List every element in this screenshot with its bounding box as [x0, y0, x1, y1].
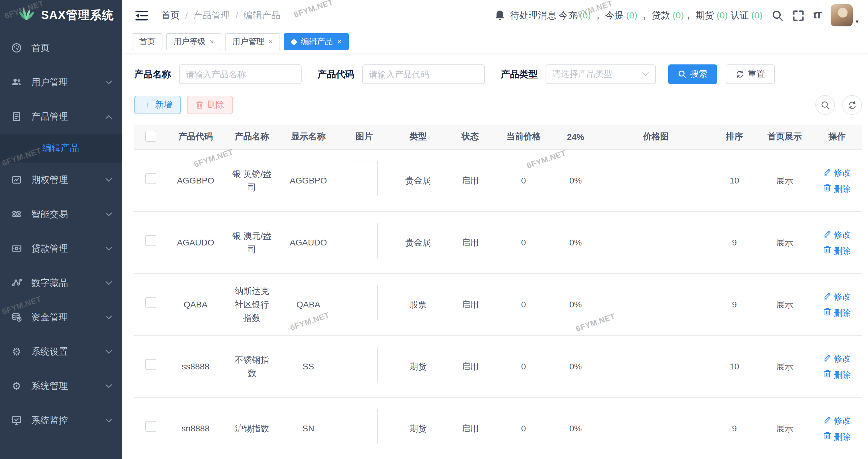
cell-image: [337, 397, 392, 459]
sidebar-item-11[interactable]: 系统监控: [0, 403, 122, 437]
add-button[interactable]: ＋ 新增: [134, 96, 181, 114]
delete-trash-icon: [823, 183, 831, 194]
cell-image: [337, 274, 392, 335]
tab-label: 用户管理: [232, 36, 264, 47]
delete-button[interactable]: 删除: [187, 96, 233, 114]
edit-link[interactable]: 修改: [819, 291, 855, 302]
delete-link-label: 删除: [834, 183, 851, 194]
row-checkbox[interactable]: [145, 359, 156, 370]
sidebar-item-3[interactable]: 产品管理: [0, 99, 122, 134]
dashboard-icon: [11, 42, 22, 53]
smart-trade-icon: [11, 209, 22, 220]
delete-link[interactable]: 删除: [819, 245, 855, 256]
tab-用户等级[interactable]: 用户等级×: [166, 33, 221, 50]
sidebar-item-6[interactable]: 贷款管理: [0, 231, 122, 266]
select-all-checkbox[interactable]: [145, 131, 156, 141]
cell-actions: 修改删除: [812, 274, 862, 335]
cell-image: [337, 211, 392, 274]
edit-link[interactable]: 修改: [819, 229, 855, 240]
bell-icon[interactable]: [495, 9, 505, 21]
product-code-input[interactable]: [362, 64, 485, 84]
product-image-placeholder[interactable]: [351, 223, 378, 258]
sidebar-subitem-edit-product[interactable]: 编辑产品: [0, 134, 122, 163]
system-icon: ⚙: [11, 380, 22, 392]
cell-status: 启用: [444, 397, 496, 459]
topbar-right: 待处理消息 今充 (0) ， 今提 (0) ， 贷款 (0)， 期货 (0) 认…: [495, 4, 860, 26]
avatar-caret-icon[interactable]: ▼: [855, 19, 860, 25]
cell-current-price: 0: [496, 397, 551, 459]
table-tools: [815, 95, 862, 115]
sidebar-item-10[interactable]: ⚙系统管理: [0, 369, 122, 403]
row-checkbox[interactable]: [145, 421, 156, 432]
delete-link[interactable]: 删除: [819, 183, 855, 194]
table-search-button[interactable]: [815, 95, 835, 115]
product-icon: [11, 111, 22, 122]
notice-segment: (0): [580, 9, 591, 20]
tab-label: 用户等级: [174, 36, 205, 47]
user-menu: ▼: [831, 4, 860, 26]
sidebar-item-label: 智能交易: [31, 208, 105, 220]
product-image-placeholder[interactable]: [351, 409, 378, 444]
cell-home-display: 展示: [757, 397, 812, 459]
table-refresh-button[interactable]: [842, 95, 862, 115]
edit-link[interactable]: 修改: [819, 167, 855, 178]
row-checkbox[interactable]: [145, 235, 156, 246]
cell-display-name: AGAUDO: [280, 211, 337, 274]
breadcrumb-item[interactable]: 首页: [161, 9, 180, 21]
cell-select: [134, 397, 167, 459]
sidebar-item-2[interactable]: 用户管理: [0, 65, 122, 99]
sidebar-item-7[interactable]: 数字藏品: [0, 266, 122, 300]
tab-首页[interactable]: 首页: [132, 33, 162, 50]
delete-link[interactable]: 删除: [819, 307, 855, 318]
sidebar-item-label: 系统监控: [31, 414, 105, 426]
edit-link[interactable]: 修改: [819, 414, 855, 426]
options-icon: [11, 174, 22, 185]
row-checkbox[interactable]: [145, 297, 156, 308]
app-title: SAX管理系统: [41, 7, 114, 23]
breadcrumb-item[interactable]: 编辑产品: [244, 9, 280, 21]
column-header: 价格图: [600, 124, 712, 149]
tab-close-icon[interactable]: ×: [210, 37, 214, 46]
content: 产品名称 产品代码 产品类型 请选择产品类型 搜索: [122, 53, 868, 459]
sidebar-item-9[interactable]: ⚙系统设置: [0, 335, 122, 369]
sidebar-item-label: 产品管理: [31, 111, 105, 122]
tab-close-icon[interactable]: ×: [269, 37, 273, 46]
reset-button[interactable]: 重置: [726, 64, 775, 84]
font-size-icon[interactable]: tT: [813, 10, 822, 21]
sidebar-item-1[interactable]: 首页: [0, 31, 122, 65]
cell-price-chart: [600, 335, 712, 397]
product-image-placeholder[interactable]: [351, 161, 378, 196]
cell-display-name: SN: [280, 397, 337, 459]
cell-home-display: 展示: [757, 335, 812, 397]
product-name-input[interactable]: [179, 64, 302, 84]
menu-collapse-icon[interactable]: [135, 10, 148, 21]
cell-status: 启用: [444, 211, 496, 274]
sidebar-item-5[interactable]: 智能交易: [0, 197, 122, 231]
fullscreen-icon[interactable]: [793, 9, 804, 21]
cell-display-name: SS: [280, 335, 337, 397]
product-type-select[interactable]: 请选择产品类型: [546, 64, 656, 84]
edit-pencil-icon: [823, 414, 831, 426]
delete-link[interactable]: 删除: [819, 369, 855, 380]
search-icon[interactable]: [772, 9, 783, 21]
tab-close-icon[interactable]: ×: [337, 37, 341, 46]
tab-用户管理[interactable]: 用户管理×: [225, 33, 280, 50]
breadcrumb-item[interactable]: 产品管理: [193, 9, 230, 21]
cell-home-display: 展示: [757, 149, 812, 211]
product-image-placeholder[interactable]: [351, 347, 378, 382]
avatar[interactable]: [831, 4, 853, 26]
search-button[interactable]: 搜索: [668, 64, 717, 84]
search-button-label: 搜索: [690, 69, 707, 80]
edit-link[interactable]: 修改: [819, 352, 855, 364]
sidebar-item-8[interactable]: 资金管理: [0, 300, 122, 335]
delete-link[interactable]: 删除: [819, 431, 855, 442]
tab-编辑产品[interactable]: 编辑产品×: [284, 33, 349, 50]
row-checkbox[interactable]: [145, 173, 156, 184]
notice-segment: (0): [751, 9, 763, 20]
cell-sort: 10: [712, 335, 757, 397]
notice-segment: ， 今提: [591, 9, 626, 20]
select-placeholder: 请选择产品类型: [552, 69, 612, 80]
sidebar-item-4[interactable]: 期权管理: [0, 163, 122, 197]
chevron-down-icon: [105, 247, 112, 251]
product-image-placeholder[interactable]: [351, 285, 378, 320]
